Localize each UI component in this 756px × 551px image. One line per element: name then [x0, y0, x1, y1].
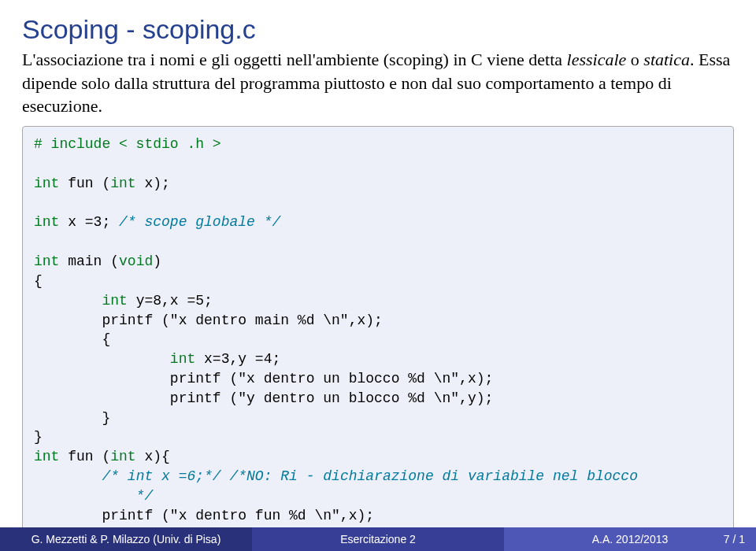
code-kw: int — [102, 293, 127, 309]
footer-center: Esercitazione 2 — [252, 527, 504, 551]
code-text: } — [34, 410, 110, 426]
slide: Scoping - scoping.c L'associazione tra i… — [0, 0, 756, 551]
code-text: printf ("x dentro un blocco %d \n",x); — [34, 371, 493, 386]
code-text: } — [34, 429, 43, 445]
code-text: ) — [153, 253, 161, 269]
code-text: printf ("x dentro fun %d \n",x); — [34, 508, 374, 523]
code-kw: int — [34, 214, 59, 230]
code-text: printf ("x dentro main %d \n",x); — [34, 312, 383, 328]
code-text: { — [34, 273, 43, 289]
code-text — [221, 468, 230, 484]
code-comment: */ — [34, 488, 153, 504]
code-text — [34, 351, 170, 367]
footer-right: A.A. 2012/2013 7 / 1 — [504, 527, 756, 551]
code-kw: int — [34, 176, 59, 191]
code-comment: /* int x =6;*/ — [102, 468, 220, 484]
para-text: L'associazione tra i nomi e gli oggetti … — [22, 50, 567, 69]
code-text: fun ( — [59, 449, 110, 464]
code-block: # include < stdio .h > int fun (int x); … — [22, 126, 734, 551]
footer: G. Mezzetti & P. Milazzo (Univ. di Pisa)… — [0, 527, 756, 551]
code-comment: /*NO: Ri - dichiarazione di variabile ne… — [229, 468, 637, 484]
code-comment: /* scope globale */ — [119, 214, 280, 230]
code-text — [34, 293, 102, 309]
code-text: x=3,y =4; — [195, 351, 280, 367]
code-text: x =3; — [59, 214, 119, 230]
code-kw: int — [34, 253, 59, 269]
code-text: y=8,x =5; — [128, 293, 213, 309]
code-text: main ( — [59, 253, 119, 269]
code-kw: void — [119, 253, 153, 269]
code-text: x); — [136, 176, 170, 191]
code-kw: int — [110, 176, 135, 191]
code-text: fun ( — [59, 176, 110, 191]
code-text — [34, 468, 102, 484]
footer-page: 7 / 1 — [724, 533, 745, 545]
code-kw: int — [170, 351, 195, 367]
footer-right-text: A.A. 2012/2013 — [592, 533, 669, 545]
para-emph: lessicale — [567, 50, 627, 69]
slide-body: L'associazione tra i nomi e gli oggetti … — [0, 48, 756, 118]
slide-title: Scoping - scoping.c — [0, 0, 756, 48]
code-text: { — [34, 331, 110, 347]
code-text: x){ — [136, 449, 170, 464]
para-emph: statica — [643, 50, 690, 69]
footer-left: G. Mezzetti & P. Milazzo (Univ. di Pisa) — [0, 527, 252, 551]
code-kw: int — [110, 449, 135, 464]
code-line: # include < stdio .h > — [34, 136, 221, 152]
code-text: printf ("y dentro un blocco %d \n",y); — [34, 390, 493, 406]
code-kw: int — [34, 449, 59, 464]
para-text: o — [626, 50, 643, 69]
